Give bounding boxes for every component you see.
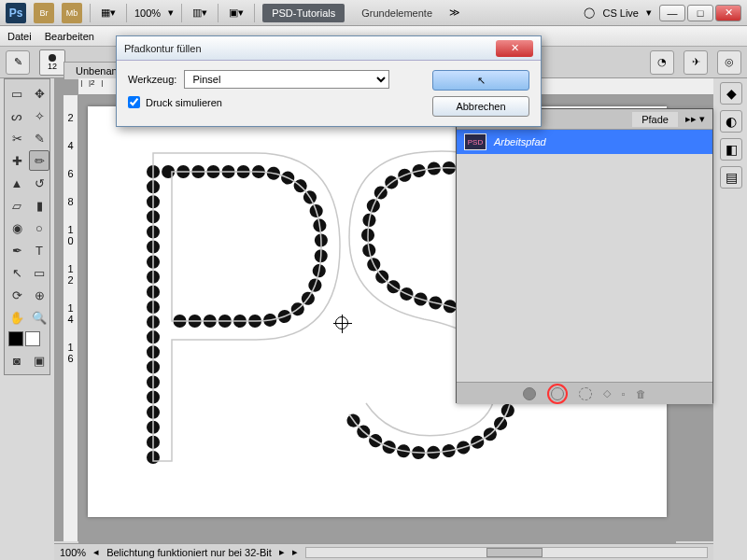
eyedropper-tool[interactable]: ✎ [29, 128, 49, 148]
cancel-button[interactable]: Abbrechen [432, 96, 529, 117]
app-topbar: Ps Br Mb ▦▾ 100% ▾ ▥▾ ▣▾ PSD-Tutorials G… [0, 0, 747, 26]
right-panels-bar: ◆ ◐ ◧ ▤ [717, 78, 745, 189]
brush-size-label: 12 [48, 62, 57, 71]
tool-select[interactable]: Pinsel [184, 70, 389, 89]
quickmask-tool[interactable]: ◙ [7, 350, 27, 371]
paths-panel-footer: ◇ ▫ 🗑 [457, 382, 712, 404]
dialog-title: Pfadkontur füllen [124, 43, 496, 54]
separator [90, 4, 91, 22]
zoom-tool[interactable]: 🔍 [29, 307, 49, 328]
new-path-icon[interactable]: ▫ [622, 388, 626, 399]
workspace-alt-button[interactable]: Grundelemente [352, 4, 442, 22]
background-color[interactable] [25, 331, 40, 346]
zoom-dropdown-icon[interactable]: ▾ [168, 7, 174, 19]
history-brush-tool[interactable]: ↺ [29, 173, 49, 193]
dialog-titlebar[interactable]: Pfadkontur füllen ✕ [117, 36, 541, 61]
screenmode-tool[interactable]: ▣ [29, 350, 49, 371]
ok-button[interactable]: ↖ [432, 70, 529, 91]
stroke-path-dialog: Pfadkontur füllen ✕ Werkzeug: Pinsel Dru… [116, 35, 542, 127]
layers-panel-icon[interactable]: ▤ [720, 166, 742, 189]
path-to-selection-icon[interactable] [579, 387, 592, 400]
fill-path-icon[interactable] [523, 387, 536, 400]
marquee-tool[interactable]: ▭ [7, 83, 27, 104]
status-menu-icon[interactable]: ▸ [292, 546, 298, 558]
simulate-pressure-checkbox[interactable] [128, 96, 140, 108]
workspace-button[interactable]: PSD-Tutorials [262, 4, 345, 22]
wand-tool[interactable]: ✧ [29, 105, 49, 126]
stamp-tool[interactable]: ▲ [7, 173, 27, 193]
brush-preview[interactable]: 12 [39, 49, 65, 76]
tool-preset-icon[interactable]: ✎ [6, 50, 30, 75]
adjustments-panel-icon[interactable]: ◧ [720, 138, 742, 161]
path-thumb-icon: PSD [464, 133, 486, 150]
status-arrow-right-icon[interactable]: ▸ [279, 546, 285, 558]
separator [126, 4, 127, 22]
minimize-button[interactable]: — [659, 5, 685, 21]
tablet-pressure-opacity-icon[interactable]: ◔ [650, 50, 674, 75]
bridge-icon[interactable]: Br [34, 3, 54, 23]
minibridge-icon[interactable]: Mb [62, 3, 82, 23]
paths-list[interactable]: PSD Arbeitspfad [457, 130, 712, 382]
simulate-pressure-label: Druck simulieren [146, 97, 222, 108]
brush-tool[interactable]: ✏ [29, 150, 49, 171]
color-swatches[interactable] [7, 329, 49, 348]
statusbar: 100% ◂ Belichtung funktioniert nur bei 3… [54, 543, 713, 560]
workspace-more-icon[interactable]: ≫ [449, 7, 460, 19]
scrollbar-thumb[interactable] [486, 548, 543, 557]
separator [254, 4, 255, 22]
dialog-close-button[interactable]: ✕ [496, 40, 533, 57]
ruler-vertical: 246810121416 [63, 95, 78, 541]
camera-tool[interactable]: ⊕ [29, 285, 49, 305]
simulate-pressure-check[interactable]: Druck simulieren [128, 96, 423, 108]
type-tool[interactable]: T [29, 240, 49, 260]
3d-tool[interactable]: ⟳ [7, 285, 27, 305]
zoom-level[interactable]: 100% [134, 7, 161, 19]
path-name: Arbeitspfad [494, 136, 546, 147]
cslive-dropdown-icon[interactable]: ▾ [646, 7, 652, 19]
eraser-tool[interactable]: ▱ [7, 195, 27, 216]
pen-tool[interactable]: ✒ [7, 240, 27, 260]
blur-tool[interactable]: ◉ [7, 217, 27, 238]
path-select-tool[interactable]: ↖ [7, 262, 27, 283]
airbrush-icon[interactable]: ✈ [684, 50, 708, 75]
path-item[interactable]: PSD Arbeitspfad [457, 130, 712, 154]
ps-logo-icon[interactable]: Ps [6, 3, 26, 23]
cslive-icon: ◯ [584, 7, 595, 19]
view-grid-icon[interactable]: ▦▾ [98, 3, 119, 23]
delete-path-icon[interactable]: 🗑 [636, 388, 646, 399]
hand-tool[interactable]: ✋ [7, 307, 27, 328]
dodge-tool[interactable]: ○ [29, 217, 49, 238]
separator [218, 4, 218, 22]
foreground-color[interactable] [8, 331, 23, 346]
toolbox: ▭ ✥ ᔕ ✧ ✂ ✎ ✚ ✏ ▲ ↺ ▱ ▮ ◉ ○ ✒ T ↖ ▭ ⟳ ⊕ … [4, 78, 50, 375]
cslive-label[interactable]: CS Live [602, 7, 639, 19]
make-workpath-icon[interactable]: ◇ [603, 387, 611, 399]
stroke-path-highlight [547, 384, 568, 404]
gradient-tool[interactable]: ▮ [29, 195, 49, 216]
separator [181, 4, 182, 22]
arrange-icon[interactable]: ▥▾ [190, 3, 210, 23]
status-arrow-left-icon[interactable]: ◂ [93, 546, 99, 558]
close-button[interactable]: ✕ [715, 5, 741, 21]
maximize-button[interactable]: □ [687, 5, 713, 21]
tool-label: Werkzeug: [128, 74, 176, 85]
move-tool[interactable]: ✥ [29, 83, 49, 104]
tablet-pressure-size-icon[interactable]: ◎ [717, 50, 741, 75]
status-info: Belichtung funktioniert nur bei 32-Bit [106, 547, 272, 558]
menu-edit[interactable]: Bearbeiten [45, 31, 94, 42]
crop-tool[interactable]: ✂ [7, 128, 27, 148]
panel-menu-icon[interactable]: ▸▸ ▾ [685, 113, 705, 125]
shape-tool[interactable]: ▭ [29, 262, 49, 283]
menu-file[interactable]: Datei [7, 31, 32, 42]
screen-mode-icon[interactable]: ▣▾ [226, 3, 247, 23]
stroke-path-icon[interactable] [551, 387, 564, 400]
brush-dot-icon [49, 54, 56, 62]
history-panel-icon[interactable]: ◆ [720, 82, 742, 105]
color-panel-icon[interactable]: ◐ [720, 110, 742, 133]
horizontal-scrollbar[interactable] [305, 547, 708, 558]
status-zoom[interactable]: 100% [60, 547, 86, 558]
crosshair-cursor-icon [335, 316, 348, 329]
tab-paths[interactable]: Pfade [632, 112, 678, 127]
heal-tool[interactable]: ✚ [7, 150, 27, 171]
lasso-tool[interactable]: ᔕ [7, 105, 27, 126]
